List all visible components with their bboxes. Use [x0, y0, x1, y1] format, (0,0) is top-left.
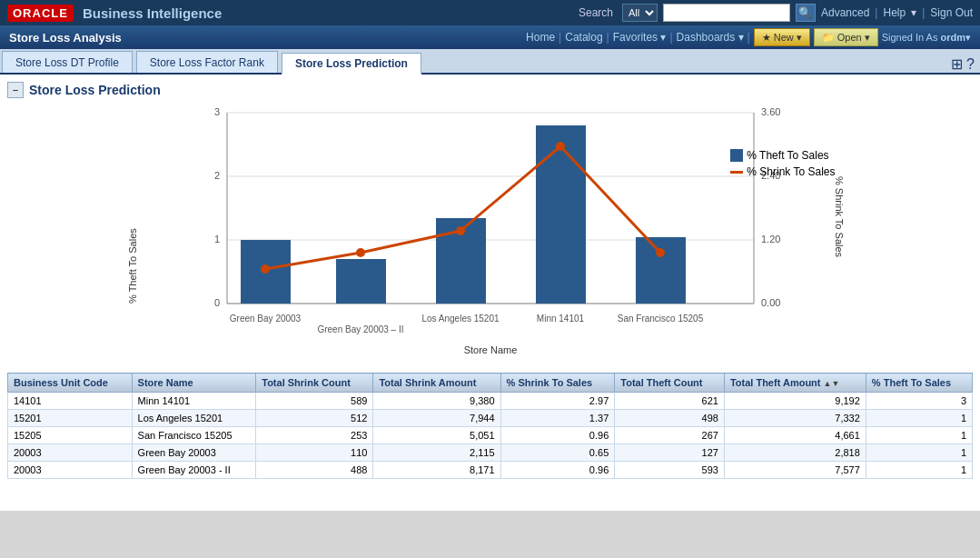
favorites-nav[interactable]: Favorites ▾	[613, 31, 667, 44]
cell-store: Green Bay 20003	[132, 444, 256, 462]
y-right-label: % Shrink To Sales	[834, 176, 845, 304]
cell-shrink-pct: 0.96	[500, 427, 615, 444]
cell-buc: 20003	[8, 462, 133, 479]
open-button[interactable]: 📁 Open ▾	[814, 28, 878, 46]
sort-icon[interactable]: ▲▼	[824, 379, 840, 388]
legend-bar-item: % Theft To Sales	[730, 149, 835, 162]
search-label: Search	[579, 6, 613, 19]
dashboards-nav[interactable]: Dashboards ▾	[677, 31, 744, 44]
cell-buc: 15201	[8, 410, 133, 427]
th-shrink-pct: % Shrink To Sales	[500, 374, 615, 393]
table-body: 14101 Minn 14101 589 9,380 2.97 621 9,19…	[8, 393, 973, 479]
svg-text:0: 0	[213, 297, 219, 308]
cell-theft-pct: 1	[866, 462, 972, 479]
y-left-label: % Theft To Sales	[127, 176, 138, 304]
cell-theft-amount: 4,661	[724, 427, 866, 444]
table-row: 15205 San Francisco 15205 253 5,051 0.96…	[8, 427, 973, 444]
cell-shrink-count: 589	[256, 393, 373, 410]
chart-svg: 0 1 2 3 0.00 1.20 2.40 3.60	[173, 104, 808, 358]
bar-minn14101	[536, 125, 586, 304]
cell-shrink-amount: 7,944	[373, 410, 500, 427]
cell-theft-count: 267	[615, 427, 725, 444]
cell-buc: 20003	[8, 444, 133, 462]
sep2: |	[922, 6, 925, 19]
advanced-link[interactable]: Advanced	[821, 6, 869, 19]
svg-text:Los Angeles 15201: Los Angeles 15201	[421, 314, 500, 324]
cell-shrink-pct: 1.37	[500, 410, 615, 427]
cell-shrink-count: 253	[256, 427, 373, 444]
dot-la	[456, 226, 465, 235]
bar-greenbay20003ii	[336, 259, 386, 304]
svg-text:1.20: 1.20	[761, 234, 780, 244]
cell-shrink-pct: 2.97	[500, 393, 615, 410]
sep1: |	[875, 6, 877, 19]
cell-shrink-count: 488	[256, 462, 373, 479]
tab-store-loss-profile[interactable]: Store Loss DT Profile	[2, 51, 133, 73]
tab-bar-actions: ⊞ ?	[951, 55, 980, 73]
table-header: Business Unit Code Store Name Total Shri…	[8, 374, 973, 393]
table-row: 15201 Los Angeles 15201 512 7,944 1.37 4…	[8, 410, 973, 427]
top-bar: ORACLE Business Intelligence Search All …	[0, 0, 980, 25]
search-input[interactable]	[663, 4, 790, 22]
data-table: Business Unit Code Store Name Total Shri…	[7, 373, 973, 479]
cell-store: Minn 14101	[132, 393, 256, 410]
cell-shrink-pct: 0.65	[500, 444, 615, 462]
svg-text:3.60: 3.60	[761, 106, 780, 117]
cell-buc: 15205	[8, 427, 133, 444]
cell-theft-pct: 1	[866, 444, 972, 462]
table-row: 20003 Green Bay 20003 110 2,115 0.65 127…	[8, 444, 973, 462]
cell-shrink-amount: 8,171	[373, 462, 500, 479]
tab-store-loss-prediction[interactable]: Store Loss Prediction	[282, 53, 421, 75]
cell-shrink-amount: 5,051	[373, 427, 500, 444]
cell-theft-pct: 1	[866, 410, 972, 427]
grid-icon[interactable]: ⊞	[951, 55, 963, 73]
svg-text:3: 3	[213, 106, 219, 117]
help-link[interactable]: Help	[883, 6, 906, 19]
table-row: 14101 Minn 14101 589 9,380 2.97 621 9,19…	[8, 393, 973, 410]
th-store: Store Name	[132, 374, 256, 393]
search-button[interactable]: 🔍	[796, 4, 816, 22]
th-buc: Business Unit Code	[8, 374, 133, 393]
search-select[interactable]: All	[622, 4, 658, 22]
cell-theft-count: 593	[615, 462, 725, 479]
catalog-nav[interactable]: Catalog	[565, 31, 602, 44]
th-theft-count: Total Theft Count	[615, 374, 725, 393]
cell-theft-amount: 7,577	[724, 462, 866, 479]
cell-theft-count: 621	[615, 393, 725, 410]
cell-theft-amount: 7,332	[724, 410, 866, 427]
th-shrink-count: Total Shrink Count	[256, 374, 373, 393]
cell-shrink-amount: 2,115	[373, 444, 500, 462]
cell-shrink-amount: 9,380	[373, 393, 500, 410]
cell-theft-amount: 9,192	[724, 393, 866, 410]
home-nav[interactable]: Home	[526, 31, 555, 44]
svg-text:San Francisco 15205: San Francisco 15205	[617, 314, 703, 324]
help-icon[interactable]: ?	[966, 56, 975, 73]
th-theft-amount: Total Theft Amount ▲▼	[724, 374, 866, 393]
svg-text:0.00: 0.00	[761, 297, 780, 308]
svg-text:2: 2	[213, 170, 219, 181]
tab-bar: Store Loss DT Profile Store Loss Factor …	[0, 49, 980, 75]
new-button[interactable]: ★ New ▾	[754, 28, 810, 46]
chart-wrapper: % Theft To Sales 0 1 2 3 0.00 1.20 2.40 …	[118, 104, 863, 358]
bi-title: Business Intelligence	[83, 5, 579, 21]
signout-link[interactable]: Sign Out	[930, 6, 973, 19]
dot-sf	[656, 248, 665, 257]
tab-store-loss-factor-rank[interactable]: Store Loss Factor Rank	[136, 51, 278, 73]
collapse-button[interactable]: −	[7, 82, 24, 98]
legend-bar-swatch	[730, 149, 743, 162]
section-title: Store Loss Prediction	[29, 83, 161, 97]
th-shrink-amount: Total Shrink Amount	[373, 374, 500, 393]
cell-store: San Francisco 15205	[132, 427, 256, 444]
chart-legend: % Theft To Sales % Shrink To Sales	[730, 149, 835, 182]
oracle-logo: ORACLE	[7, 5, 74, 22]
cell-theft-pct: 3	[866, 393, 972, 410]
th-theft-pct: % Theft To Sales	[866, 374, 972, 393]
content-area: − Store Loss Prediction % Theft To Sales…	[0, 75, 980, 511]
dot-gb1	[261, 264, 270, 274]
svg-text:1: 1	[213, 234, 219, 244]
cell-theft-pct: 1	[866, 427, 972, 444]
legend-bar-label: % Theft To Sales	[747, 149, 828, 162]
svg-text:Minn 14101: Minn 14101	[536, 314, 584, 324]
dot-gb2	[356, 248, 365, 257]
cell-theft-count: 127	[615, 444, 725, 462]
